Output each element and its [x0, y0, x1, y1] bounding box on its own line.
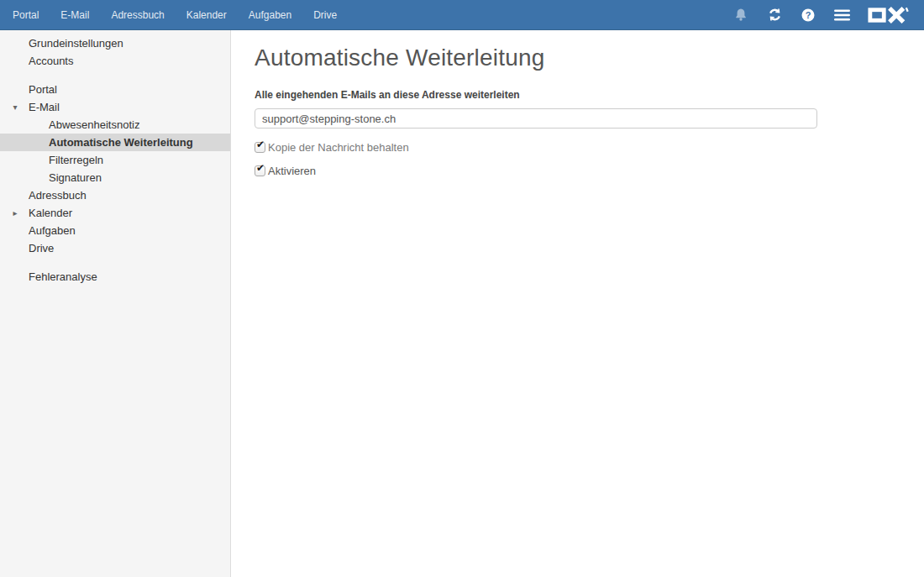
sidebar-item-fehleranalyse[interactable]: Fehleranalyse — [0, 268, 230, 286]
checkmark-icon: ✔ — [256, 139, 265, 150]
tab-aufgaben[interactable]: Aufgaben — [238, 0, 302, 29]
keep-copy-row: ✔ Kopie der Nachricht behalten — [255, 140, 924, 154]
keep-copy-checkbox[interactable]: ✔ — [255, 142, 265, 153]
tab-drive[interactable]: Drive — [302, 0, 348, 29]
activate-checkbox[interactable]: ✔ — [255, 165, 265, 176]
tab-adressbuch[interactable]: Adressbuch — [100, 0, 175, 29]
tab-kalender[interactable]: Kalender — [176, 0, 238, 29]
chevron-right-icon[interactable]: ▸ — [8, 204, 22, 222]
ox-logo — [864, 0, 916, 29]
keep-copy-label[interactable]: Kopie der Nachricht behalten — [268, 141, 409, 154]
settings-pane: Automatische Weiterleitung Alle eingehen… — [231, 30, 924, 577]
sidebar-item-abwesenheitsnotiz[interactable]: Abwesenheitsnotiz — [0, 116, 230, 134]
sidebar-item-email[interactable]: ▾ E-Mail — [0, 98, 230, 116]
activate-row: ✔ Aktivieren — [255, 164, 924, 177]
topbar: Portal E-Mail Adressbuch Kalender Aufgab… — [0, 0, 924, 30]
sidebar-item-grundeinstellungen[interactable]: Grundeinstellungen — [0, 34, 230, 52]
activate-label[interactable]: Aktivieren — [268, 165, 316, 177]
tab-portal[interactable]: Portal — [2, 0, 50, 29]
sidebar-item-filterregeln[interactable]: Filterregeln — [0, 151, 230, 169]
help-glyph: ? — [806, 10, 811, 20]
sidebar-item-aufgaben[interactable]: Aufgaben — [0, 222, 230, 239]
app-body: Grundeinstellungen Accounts Portal ▾ E-M… — [0, 30, 924, 577]
topbar-actions: ? — [724, 0, 924, 29]
page-title: Automatische Weiterleitung — [255, 45, 924, 71]
sidebar-item-portal[interactable]: Portal — [0, 81, 230, 98]
settings-sidebar: Grundeinstellungen Accounts Portal ▾ E-M… — [0, 30, 231, 577]
hamburger-menu-icon[interactable] — [825, 0, 858, 29]
help-icon[interactable]: ? — [791, 0, 825, 29]
sidebar-item-accounts[interactable]: Accounts — [0, 52, 230, 70]
sidebar-item-drive[interactable]: Drive — [0, 239, 230, 257]
checkmark-icon: ✔ — [256, 162, 265, 174]
topbar-nav: Portal E-Mail Adressbuch Kalender Aufgab… — [0, 0, 348, 29]
notifications-bell-icon[interactable] — [724, 0, 758, 29]
sidebar-item-automatische-weiterleitung[interactable]: Automatische Weiterleitung — [0, 134, 230, 151]
refresh-icon[interactable] — [758, 0, 791, 29]
sidebar-item-signaturen[interactable]: Signaturen — [0, 169, 230, 186]
forward-address-label: Alle eingehenden E-Mails an diese Adress… — [255, 89, 924, 101]
chevron-down-icon[interactable]: ▾ — [8, 98, 22, 116]
tab-email[interactable]: E-Mail — [50, 0, 100, 29]
forward-address-input[interactable] — [255, 108, 817, 129]
sidebar-item-adressbuch[interactable]: Adressbuch — [0, 186, 230, 204]
sidebar-item-kalender[interactable]: ▸ Kalender — [0, 204, 230, 222]
